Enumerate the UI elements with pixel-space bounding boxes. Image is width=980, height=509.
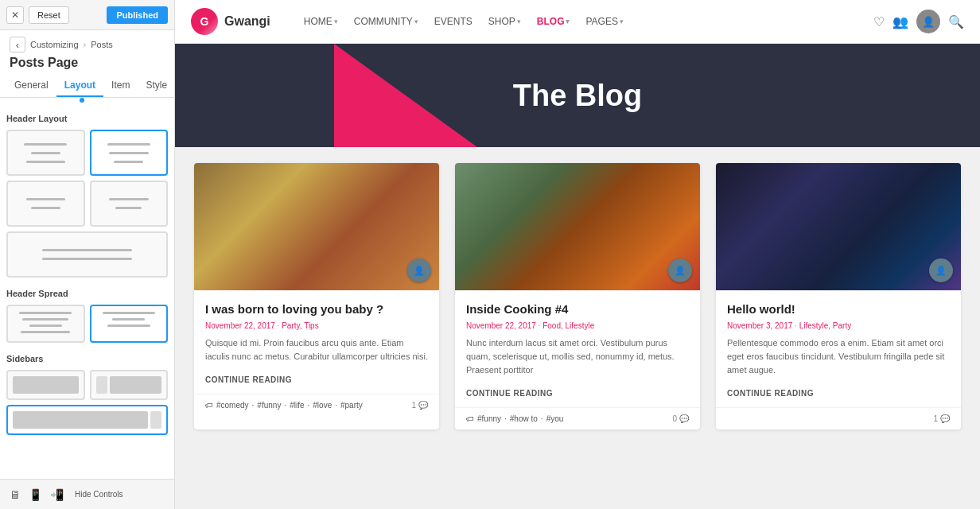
spread-option-2[interactable] <box>90 305 169 343</box>
site-navbar: G Gwangi HOME▾ COMMUNITY▾ EVENTS SHOP▾ B… <box>175 0 980 44</box>
header-layout-options <box>6 130 168 278</box>
tab-layout[interactable]: Layout <box>56 75 103 97</box>
post-image-1 <box>194 163 439 290</box>
layout-option-5[interactable] <box>6 231 168 278</box>
people-icon[interactable]: 👥 <box>892 14 908 29</box>
post-footer-1: 🏷#comedy·#funny·#life·#love·#party 1💬 <box>194 394 439 416</box>
sidebar-option-none[interactable] <box>6 370 85 400</box>
header-layout-label: Header Layout <box>6 114 168 123</box>
nav-links: HOME▾ COMMUNITY▾ EVENTS SHOP▾ BLOG▾ PAGE… <box>298 11 630 32</box>
layout-option-3[interactable] <box>6 181 85 227</box>
breadcrumb-separator: › <box>84 40 87 49</box>
breadcrumb: ‹ Customizing › Posts <box>0 30 174 54</box>
nav-right-icons: ♡ 👥 👤 🔍 <box>873 10 964 33</box>
logo-text: Gwangi <box>224 14 270 29</box>
layout-option-4[interactable] <box>90 181 169 227</box>
panel-topbar: ✕ Reset Published <box>0 0 174 30</box>
blog-hero: The Blog <box>175 44 980 147</box>
post-tags-1: 🏷#comedy·#funny·#life·#love·#party <box>205 401 363 410</box>
post-image-2 <box>455 163 700 290</box>
post-avatar-1: 👤 <box>407 258 431 282</box>
post-image-wrapper-3: 👤 <box>716 163 961 290</box>
post-card-1: 👤 I was born to loving you baby ? Novemb… <box>194 163 439 429</box>
post-card-3: 👤 Hello world! November 3, 2017 · Lifest… <box>716 163 961 429</box>
panel-tabs: General Layout Item Style <box>0 75 174 98</box>
panel-bottom-toolbar: 🖥 📱 📲 Hide Controls <box>0 479 174 509</box>
post-avatar-2: 👤 <box>668 258 692 282</box>
post-excerpt-1: Quisque id mi. Proin faucibus arcu quis … <box>205 336 428 363</box>
post-title-1: I was born to loving you baby ? <box>205 301 428 317</box>
post-title-3: Hello world! <box>727 301 950 317</box>
post-body-1: I was born to loving you baby ? November… <box>194 290 439 394</box>
avatar[interactable]: 👤 <box>916 10 940 33</box>
post-avatar-3: 👤 <box>929 258 953 282</box>
hero-title: The Blog <box>513 79 643 113</box>
tab-style[interactable]: Style <box>138 75 175 97</box>
post-image-wrapper-2: 👤 <box>455 163 700 290</box>
post-meta-2: November 22, 2017 · Food, Lifestyle <box>466 321 689 330</box>
post-image-3 <box>716 163 961 290</box>
nav-home[interactable]: HOME▾ <box>298 11 344 32</box>
post-footer-3: 1💬 <box>716 407 961 429</box>
panel-content: Header Layout <box>0 103 174 479</box>
layout-option-2[interactable] <box>90 130 169 176</box>
sidebar-option-right[interactable] <box>6 405 168 435</box>
reset-button[interactable]: Reset <box>29 6 69 24</box>
nav-blog[interactable]: BLOG▾ <box>531 11 577 32</box>
page-title: Posts Page <box>0 54 174 75</box>
post-tags-2: 🏷#funny·#how to·#you <box>466 414 563 423</box>
sidebars-label: Sidebars <box>6 354 168 363</box>
continue-reading-button-1[interactable]: CONTINUE READING <box>205 375 292 385</box>
post-excerpt-3: Pellentesque commodo eros a enim. Etiam … <box>727 336 950 377</box>
post-comments-3: 1💬 <box>933 414 950 423</box>
spread-option-1[interactable] <box>6 305 85 343</box>
nav-pages[interactable]: PAGES▾ <box>579 11 629 32</box>
heart-icon[interactable]: ♡ <box>873 14 885 29</box>
tab-item[interactable]: Item <box>103 75 138 97</box>
search-icon[interactable]: 🔍 <box>948 14 964 29</box>
published-button[interactable]: Published <box>107 6 168 24</box>
back-button[interactable]: ‹ <box>10 37 25 52</box>
logo-icon: G <box>191 8 218 35</box>
header-spread-label: Header Spread <box>6 289 168 298</box>
breadcrumb-section: Posts <box>91 40 113 49</box>
layout-option-1[interactable] <box>6 130 85 176</box>
sidebars-options <box>6 370 168 435</box>
post-card-2: 👤 Inside Cooking #4 November 22, 2017 · … <box>455 163 700 429</box>
header-spread-options <box>6 305 168 343</box>
tablet-icon[interactable]: 📱 <box>29 488 42 501</box>
post-comments-1: 1💬 <box>411 401 428 410</box>
desktop-icon[interactable]: 🖥 <box>10 488 21 501</box>
tab-general[interactable]: General <box>6 75 56 97</box>
blog-posts-area: 👤 I was born to loving you baby ? Novemb… <box>175 147 980 509</box>
hero-triangle <box>334 44 477 147</box>
site-logo: G Gwangi <box>191 8 270 35</box>
mobile-icon[interactable]: 📲 <box>50 488 64 501</box>
nav-community[interactable]: COMMUNITY▾ <box>348 11 425 32</box>
nav-events[interactable]: EVENTS <box>428 11 479 32</box>
close-button[interactable]: ✕ <box>6 6 24 24</box>
post-meta-1: November 22, 2017 · Party, Tips <box>205 321 428 330</box>
post-meta-3: November 3, 2017 · Lifestyle, Party <box>727 321 950 330</box>
post-footer-2: 🏷#funny·#how to·#you 0💬 <box>455 407 700 429</box>
continue-reading-button-2[interactable]: CONTINUE READING <box>466 389 553 398</box>
continue-reading-button-3[interactable]: CONTINUE READING <box>727 389 814 398</box>
breadcrumb-customizing: Customizing <box>30 40 79 49</box>
post-title-2: Inside Cooking #4 <box>466 301 689 317</box>
post-comments-2: 0💬 <box>672 414 689 423</box>
post-excerpt-2: Nunc interdum lacus sit amet orci. Vesti… <box>466 336 689 377</box>
posts-grid: 👤 I was born to loving you baby ? Novemb… <box>194 163 961 429</box>
nav-shop[interactable]: SHOP▾ <box>482 11 527 32</box>
site-preview: G Gwangi HOME▾ COMMUNITY▾ EVENTS SHOP▾ B… <box>175 0 980 509</box>
post-body-3: Hello world! November 3, 2017 · Lifestyl… <box>716 290 961 407</box>
customizer-panel: ✕ Reset Published ‹ Customizing › Posts … <box>0 0 175 509</box>
hide-controls-label[interactable]: Hide Controls <box>75 490 123 499</box>
post-body-2: Inside Cooking #4 November 22, 2017 · Fo… <box>455 290 700 407</box>
post-image-wrapper-1: 👤 <box>194 163 439 290</box>
sidebar-option-left[interactable] <box>90 370 169 400</box>
